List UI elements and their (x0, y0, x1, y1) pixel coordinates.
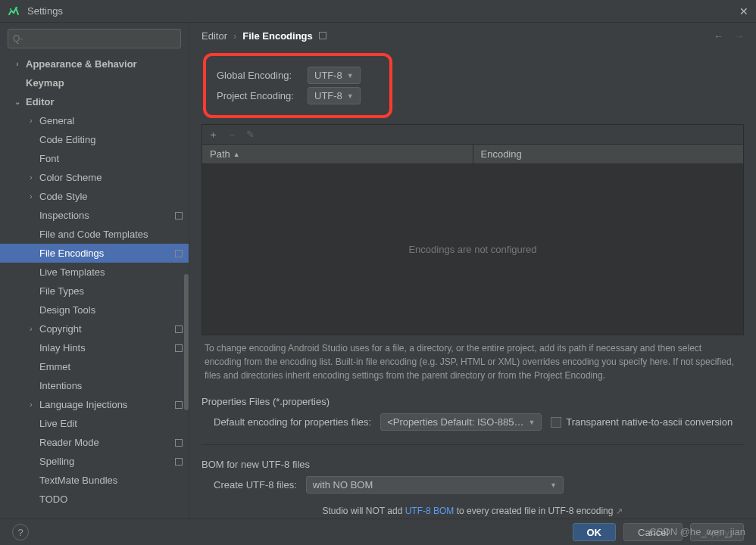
sidebar-item[interactable]: TODO (0, 490, 189, 509)
caret-down-icon: ▼ (528, 419, 535, 426)
project-badge-icon (175, 344, 183, 352)
tree-arrow-icon: › (27, 325, 35, 333)
sidebar-item[interactable]: Live Templates (0, 263, 189, 282)
tree-item-label: Live Templates (39, 266, 183, 278)
sidebar-item[interactable]: Font (0, 149, 189, 168)
apply-button[interactable]: Apply (690, 523, 744, 541)
bom-hint: Studio will NOT add UTF-8 BOM to every c… (189, 506, 756, 516)
window-title: Settings (27, 5, 739, 17)
properties-encoding-label: Default encoding for properties files: (214, 416, 371, 428)
tree-item-label: General (39, 115, 183, 126)
properties-encoding-dropdown[interactable]: <Properties Default: ISO-885… ▼ (380, 413, 542, 431)
chevron-right-icon: › (233, 30, 236, 42)
project-badge-icon (175, 458, 183, 466)
content-pane: Editor › File Encodings ← → Global Encod… (189, 23, 756, 519)
sidebar-item[interactable]: Intentions (0, 376, 189, 395)
sidebar-item[interactable]: Reader Mode (0, 433, 189, 452)
transparent-ascii-checkbox[interactable] (551, 417, 561, 428)
sidebar-item[interactable]: ›General (0, 111, 189, 130)
sidebar-item[interactable]: ›Copyright (0, 319, 189, 338)
bom-section-title: BOM for new UTF-8 files (201, 459, 744, 470)
search-input[interactable] (13, 33, 176, 44)
tree-item-label: Copyright (39, 323, 175, 335)
add-icon[interactable]: ＋ (208, 128, 218, 142)
divider (201, 444, 744, 445)
project-badge-icon (175, 401, 183, 409)
search-box[interactable] (8, 29, 181, 48)
sidebar: ›Appearance & BehaviorKeymap⌄Editor›Gene… (0, 23, 189, 519)
tree-item-label: Intentions (39, 380, 183, 391)
titlebar: Settings ✕ (0, 0, 756, 23)
back-icon[interactable]: ← (714, 30, 723, 42)
bom-value: with NO BOM (313, 479, 545, 490)
properties-encoding-value: <Properties Default: ISO-885… (387, 416, 523, 428)
tree-item-label: Code Style (39, 191, 183, 202)
sidebar-item[interactable]: Inlay Hints (0, 338, 189, 357)
tree-item-label: Reader Mode (39, 437, 175, 448)
close-icon[interactable]: ✕ (739, 5, 748, 17)
tree-item-label: Spelling (39, 456, 175, 467)
ok-button[interactable]: OK (573, 523, 617, 541)
bom-dropdown[interactable]: with NO BOM ▼ (306, 476, 564, 494)
tree-item-label: Appearance & Behavior (26, 58, 183, 70)
tree-arrow-icon: ⌄ (14, 98, 21, 106)
sidebar-item[interactable]: ›Language Injections (0, 395, 189, 414)
project-badge-icon (175, 250, 183, 257)
tree-arrow-icon: › (27, 117, 35, 125)
tree-item-label: Inspections (39, 210, 175, 221)
bom-link[interactable]: UTF-8 BOM (405, 506, 455, 516)
global-encoding-label: Global Encoding: (217, 70, 301, 81)
tree-item-label: TODO (39, 494, 183, 505)
sidebar-item[interactable]: Live Edit (0, 414, 189, 433)
sidebar-item[interactable]: ›Color Scheme (0, 168, 189, 187)
tree-item-label: Live Edit (39, 418, 183, 429)
tree-item-label: File and Code Templates (39, 229, 183, 240)
sidebar-item[interactable]: Code Editing (0, 130, 189, 149)
column-encoding[interactable]: Encoding (473, 145, 744, 164)
caret-down-icon: ▼ (347, 72, 354, 79)
tree-item-label: TextMate Bundles (39, 475, 183, 486)
global-encoding-dropdown[interactable]: UTF-8 ▼ (308, 67, 361, 84)
transparent-ascii-label: Transparent native-to-ascii conversion (566, 416, 733, 428)
sidebar-item[interactable]: File and Code Templates (0, 225, 189, 244)
encoding-table: ＋ － ✎ Path ▲ Encoding Encodings are not … (201, 124, 744, 335)
sidebar-item[interactable]: TextMate Bundles (0, 471, 189, 490)
sidebar-item[interactable]: File Encodings (0, 244, 189, 263)
footer: ? OK Cancel Apply (0, 519, 756, 545)
scrollbar-thumb[interactable] (184, 274, 189, 410)
sidebar-item[interactable]: ›Appearance & Behavior (0, 54, 189, 73)
remove-icon[interactable]: － (227, 128, 237, 142)
cancel-button[interactable]: Cancel (623, 523, 683, 541)
tree-arrow-icon: › (27, 173, 35, 182)
highlight-annotation: Global Encoding: UTF-8 ▼ Project Encodin… (203, 53, 392, 118)
sidebar-item[interactable]: Keymap (0, 73, 189, 92)
svg-point-0 (10, 8, 11, 10)
tree-item-label: Font (39, 153, 183, 164)
settings-tree: ›Appearance & BehaviorKeymap⌄Editor›Gene… (0, 54, 189, 519)
sidebar-item[interactable]: Spelling (0, 452, 189, 471)
tree-item-label: Color Scheme (39, 172, 183, 183)
project-encoding-dropdown[interactable]: UTF-8 ▼ (308, 87, 361, 104)
tree-item-label: File Types (39, 285, 183, 297)
sidebar-item[interactable]: Inspections (0, 206, 189, 225)
sidebar-item[interactable]: Emmet (0, 357, 189, 376)
sidebar-item[interactable]: ⌄Editor (0, 92, 189, 111)
tree-item-label: Keymap (26, 77, 183, 89)
sidebar-item[interactable]: Design Tools (0, 301, 189, 319)
tree-item-label: Inlay Hints (39, 342, 175, 353)
breadcrumb-parent[interactable]: Editor (201, 30, 227, 42)
column-path[interactable]: Path ▲ (202, 145, 473, 164)
edit-icon[interactable]: ✎ (246, 129, 255, 140)
help-button[interactable]: ? (12, 524, 29, 540)
external-link-icon: ↗ (616, 506, 623, 515)
tree-item-label: File Encodings (39, 248, 175, 259)
sidebar-item[interactable]: File Types (0, 282, 189, 301)
tree-item-label: Design Tools (39, 304, 183, 316)
project-badge-icon (175, 325, 183, 333)
caret-down-icon: ▼ (550, 481, 557, 489)
tree-arrow-icon: › (27, 400, 35, 409)
bom-label: Create UTF-8 files: (214, 479, 297, 490)
forward-icon[interactable]: → (734, 30, 744, 42)
sidebar-item[interactable]: ›Code Style (0, 187, 189, 206)
tree-arrow-icon: › (14, 60, 21, 68)
